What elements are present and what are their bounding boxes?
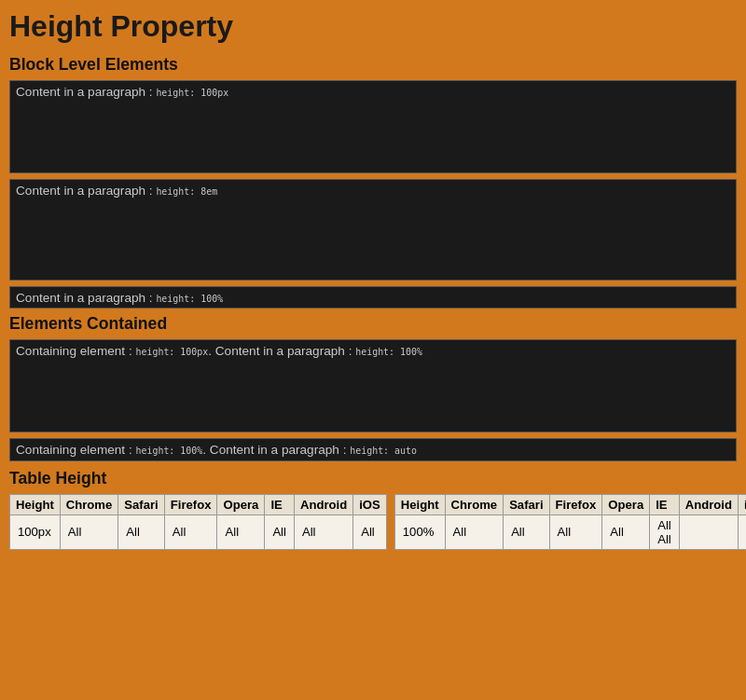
demo-block-100pct: Content in a paragraph : height: 100% (9, 286, 737, 309)
col-ios-2: iOS (739, 494, 747, 515)
compat-table-2: Height Chrome Safari Firefox Opera IE An… (394, 494, 746, 550)
containing-block-2: Containing element : height: 100%. Conte… (9, 438, 737, 461)
table-row: 100% All All All All All All All (394, 515, 746, 549)
cell-chrome-val-1: All (60, 515, 118, 549)
cell-ie-val-1: All (265, 515, 295, 549)
col-android-1: Android (294, 494, 352, 515)
containing-label-2: Containing element : height: 100%. Conte… (10, 439, 736, 460)
outer-label-1: Containing element : (16, 344, 135, 358)
col-chrome-1: Chrome (60, 494, 118, 515)
outer-code-2: height: 100% (135, 446, 202, 456)
col-firefox-2: Firefox (549, 494, 602, 515)
demo-code-2: height: 8em (156, 186, 217, 197)
cell-android-val-2 (679, 515, 738, 549)
separator-2: . Content in a paragraph : (202, 443, 350, 457)
block-level-section: Block Level Elements Content in a paragr… (9, 55, 737, 309)
inner-code-1: height: 100% (355, 347, 422, 357)
cell-chrome-val-2: All (445, 515, 504, 549)
col-safari-1: Safari (118, 494, 164, 515)
table-height-section: Table Height Height Chrome Safari Firefo… (9, 469, 737, 550)
demo-label-2: Content in a paragraph : (16, 184, 156, 198)
demo-code-3: height: 100% (156, 294, 223, 304)
col-chrome-2: Chrome (445, 494, 504, 515)
demo-block-8em: Content in a paragraph : height: 8em (9, 179, 737, 281)
cell-height-val-1: 100px (10, 515, 61, 549)
demo-label-1: Content in a paragraph : (16, 85, 156, 99)
demo-block-100px: Content in a paragraph : height: 100px (9, 80, 737, 173)
outer-label-2: Containing element : (16, 443, 135, 457)
cell-opera-val-1: All (217, 515, 265, 549)
compat-table-1: Height Chrome Safari Firefox Opera IE An… (9, 494, 387, 550)
col-opera-1: Opera (217, 494, 265, 515)
col-ie-1: IE (265, 494, 295, 515)
cell-safari-val-2: All (504, 515, 549, 549)
table-height-heading: Table Height (9, 469, 737, 488)
demo-label-3: Content in a paragraph : (16, 291, 156, 305)
col-opera-2: Opera (602, 494, 650, 515)
containing-block-1: Containing element : height: 100px. Cont… (9, 339, 737, 432)
cell-ios-val-1: All (353, 515, 387, 549)
col-ios-1: iOS (353, 494, 387, 515)
cell-android-val-1: All (294, 515, 352, 549)
demo-code-1: height: 100px (156, 88, 228, 98)
elements-contained-section: Elements Contained Containing element : … (9, 314, 737, 461)
cell-safari-val-1: All (118, 515, 164, 549)
col-height-1: Height (10, 494, 61, 515)
elements-contained-heading: Elements Contained (9, 314, 737, 334)
separator-1: . Content in a paragraph : (208, 344, 355, 358)
cell-height-val-2: 100% (394, 515, 445, 549)
cell-firefox-val-2: All (549, 515, 602, 549)
tables-container: Height Chrome Safari Firefox Opera IE An… (9, 494, 737, 550)
col-height-2: Height (394, 494, 445, 515)
outer-code-1: height: 100px (135, 347, 208, 357)
cell-firefox-val-1: All (164, 515, 217, 549)
col-android-2: Android (679, 494, 738, 515)
block-level-heading: Block Level Elements (9, 55, 737, 75)
col-safari-2: Safari (504, 494, 549, 515)
inner-code-2: height: auto (350, 446, 417, 456)
cell-ie-val-2: All All (650, 515, 680, 549)
page-title: Height Property (9, 9, 737, 44)
table-row: 100px All All All All All All All (10, 515, 387, 549)
col-firefox-1: Firefox (164, 494, 217, 515)
cell-ios-val-2: All (739, 515, 747, 549)
containing-label-1: Containing element : height: 100px. Cont… (10, 340, 736, 362)
col-ie-2: IE (650, 494, 680, 515)
cell-opera-val-2: All (602, 515, 650, 549)
